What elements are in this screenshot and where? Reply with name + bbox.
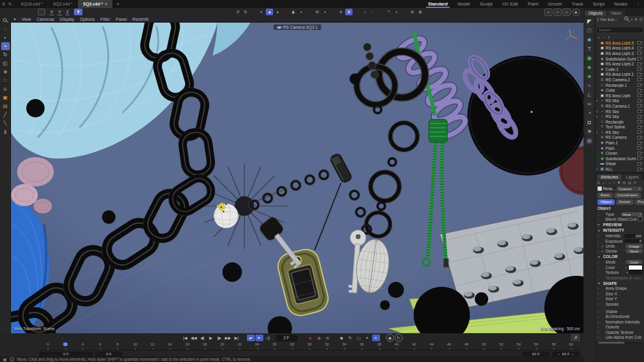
key-params-button[interactable]: ≡ (364, 334, 371, 341)
axis-lock-y[interactable]: Y (56, 9, 63, 15)
viewport-menu-display[interactable]: Display (60, 17, 75, 22)
material-icon[interactable]: ◎ (585, 136, 594, 145)
layout-tab-paint[interactable]: Paint (523, 0, 543, 8)
keyframe-dot-icon[interactable]: ○ (598, 218, 601, 221)
blend-object-color-value[interactable] (638, 216, 643, 221)
tab-takes[interactable]: Takes (607, 10, 625, 16)
horizontal-scrollbar[interactable] (596, 342, 644, 344)
keyframe-dot-icon[interactable]: ○ (598, 310, 601, 313)
ruler-frame-44[interactable]: 44 (423, 342, 441, 350)
visibility-toggles[interactable] (637, 94, 644, 97)
record-settings-button[interactable]: ⊙ (324, 334, 332, 341)
expand-arrow-icon[interactable]: ▸ (596, 168, 599, 171)
keyframe-dot-icon[interactable]: ○ (598, 303, 601, 306)
object-row[interactable]: ▸ ▣ RS Area Light.5 (596, 40, 644, 46)
attribute-section-header[interactable]: ▾SHAPE (596, 280, 644, 286)
visibility-toggles[interactable] (637, 89, 644, 92)
mode-value[interactable]: Color (626, 260, 643, 264)
spinner-left-arrow[interactable]: ‹ (558, 352, 560, 356)
attribute-row[interactable]: ○ Visible (596, 309, 644, 314)
attribute-row[interactable]: ○ Size X (596, 291, 644, 296)
keyframe-dot-icon[interactable]: ○ (598, 266, 601, 269)
ruler-frame-50[interactable]: 50 (475, 342, 493, 350)
spinner-right-arrow[interactable]: › (572, 352, 573, 356)
attr-button-details[interactable]: Details (616, 199, 634, 205)
popout-icon[interactable]: ↗ (633, 180, 636, 185)
viewport-menu-icon[interactable]: ≡ (13, 17, 16, 22)
layout-tab-groom[interactable]: Groom (543, 0, 567, 8)
attribute-row[interactable]: ○ Opacity (596, 324, 644, 329)
ruler-frame-24[interactable]: 24 (249, 342, 266, 350)
ruler-frame-38[interactable]: 38 (370, 342, 388, 350)
record-keyframe-button[interactable]: ● (307, 334, 315, 341)
ruler-frame-28[interactable]: 28 (284, 342, 301, 350)
key-position-button[interactable]: ◆ (338, 334, 346, 341)
attribute-section-header[interactable]: ▾INTENSITY (596, 227, 644, 234)
viewport-menu-filter[interactable]: Filter (100, 17, 110, 22)
fcurve-editor-button[interactable]: ↗ (571, 334, 580, 341)
attribute-row[interactable]: ○ Use Alpha from Color Textur (596, 334, 644, 339)
attr-button-basic[interactable]: Basic (598, 193, 613, 198)
layout-tab-sculpt[interactable]: Sculpt (475, 0, 497, 8)
attribute-row[interactable]: ○ Temperature (K) 6500 (596, 275, 644, 280)
spline-wrap-icon[interactable]: ≈ (585, 81, 594, 90)
range-end-spinner[interactable]: ‹ 60 F › (552, 352, 580, 356)
object-row[interactable]: ▸ ◘ RS Camera (596, 135, 644, 141)
decay-value[interactable]: None (626, 249, 643, 253)
temperature-k--value[interactable]: 6500 (633, 276, 643, 280)
units-value[interactable]: Image (626, 244, 643, 248)
forward-icon[interactable]: → (607, 180, 611, 185)
cube-primitive-icon[interactable]: ■ (585, 35, 594, 44)
key-scale-button[interactable]: ▢ (355, 334, 363, 341)
mode-box-icon[interactable] (38, 9, 45, 15)
layout-tab-standard[interactable]: Standard (423, 0, 453, 8)
chevron-icon[interactable]: › (615, 17, 617, 21)
ruler-frame-8[interactable]: 8 (109, 342, 126, 350)
visibility-toggles[interactable] (637, 57, 644, 61)
attribute-row[interactable]: ○ Type Area▾ (596, 212, 644, 216)
ruler-frame-56[interactable]: 56 (527, 342, 545, 350)
keyframe-dot-icon[interactable]: ○ (598, 213, 601, 216)
keyframe-dot-icon[interactable]: ○ (598, 292, 601, 295)
file-menu[interactable]: File (601, 17, 607, 21)
up-level-icon[interactable]: ↑ (603, 35, 605, 39)
search-icon[interactable] (624, 17, 629, 21)
prev-key-button[interactable]: ◀◀ (190, 334, 198, 341)
document-tab[interactable]: SQ3.c4d *× (78, 0, 112, 8)
visibility-toggles[interactable] (637, 162, 644, 166)
attribute-row[interactable]: ○ Blend Object Color (596, 216, 644, 221)
tab-layers[interactable]: Layers (623, 174, 642, 180)
attribute-section-header[interactable]: ▸PREVIEW (596, 222, 644, 228)
objects-menu-icon[interactable]: ≡ (597, 17, 599, 21)
visibility-toggles[interactable] (637, 136, 644, 139)
ruler-frame-42[interactable]: 42 (405, 342, 423, 350)
attribute-row[interactable]: ○ ▸ Decay None (596, 249, 644, 254)
attribute-mode-dropdown[interactable]: Custom▾ (617, 187, 642, 191)
undo-icon[interactable]: ↺ (0, 2, 7, 7)
prev-frame-button[interactable]: ◀| (199, 334, 207, 341)
intensity-value[interactable]: 100 (624, 234, 643, 238)
live-selection-tool[interactable]: ◌ (1, 25, 10, 33)
ruler-frame-54[interactable]: 54 (510, 342, 528, 350)
next-key-button[interactable]: ▶▶ (224, 334, 232, 341)
layout-window-2-icon[interactable]: ▭ (554, 9, 562, 16)
attribute-row[interactable]: ○ Spread (596, 301, 644, 306)
keyframe-dot-icon[interactable]: ○ (598, 331, 601, 334)
ruler-frame-18[interactable]: 18 (196, 342, 214, 350)
attribute-row[interactable]: ○ Area Shape (596, 286, 644, 291)
field-icon[interactable]: L (585, 90, 594, 99)
visibility-toggles[interactable] (637, 62, 644, 66)
selection-options[interactable]: ▪ (1, 34, 10, 42)
keyframe-dot-icon[interactable]: ○ (598, 234, 601, 237)
close-tab-icon[interactable]: × (104, 2, 107, 6)
ruler-frame-26[interactable]: 26 (266, 342, 284, 350)
current-frame-field[interactable]: 2 F (276, 335, 298, 341)
object-row[interactable]: ▸ ▦ ALL (596, 166, 644, 172)
visibility-toggles[interactable] (637, 78, 644, 81)
object-row[interactable]: ▸ ● RS Sky (596, 114, 644, 119)
visibility-toggles[interactable] (637, 130, 644, 134)
rotate-options-icon[interactable]: • (321, 9, 329, 15)
range-handle-start[interactable]: 0 F (95, 352, 122, 356)
goto-start-button[interactable]: |◀ (181, 334, 189, 341)
render-active-icon[interactable]: ● (266, 9, 273, 15)
